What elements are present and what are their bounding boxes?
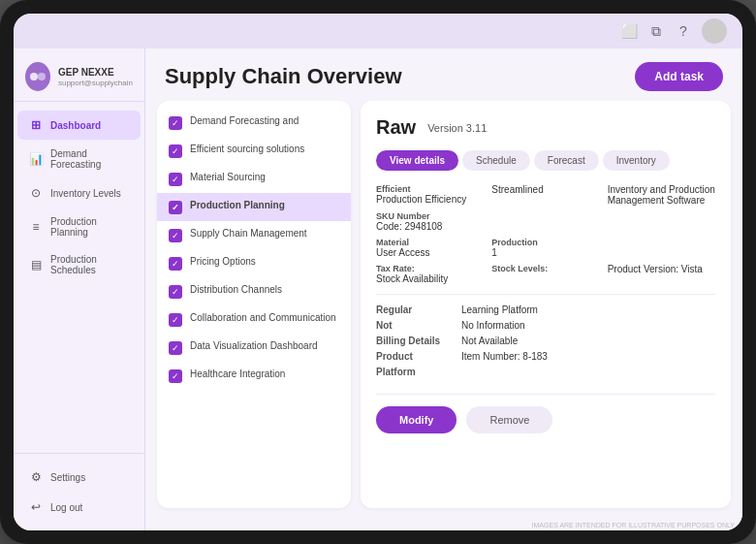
field-inventory-software: Inventory and Production Management Soft… bbox=[608, 184, 715, 206]
row-product: Product Item Number: 8-183 bbox=[376, 351, 715, 362]
sidebar: GEP NEXXE support@supplychain ⊞ Dashboar… bbox=[14, 48, 145, 530]
field-product-version: Product Version: Vista bbox=[608, 264, 715, 284]
list-item[interactable]: ✓ Collaboration and Communication bbox=[157, 305, 351, 334]
main-content: Supply Chain Overview Add task ✓ Demand … bbox=[145, 48, 742, 530]
sidebar-item-inventory-levels[interactable]: ⊙ Inventory Levels bbox=[17, 178, 141, 208]
modify-button[interactable]: Modify bbox=[376, 406, 457, 433]
title-bar: ⬜ ⧉ ? bbox=[14, 14, 742, 48]
list-item[interactable]: ✓ Efficient sourcing solutions bbox=[157, 137, 351, 165]
logout-icon: ↩ bbox=[29, 500, 43, 514]
sidebar-item-demand-forecasting[interactable]: 📊 Demand Forecasting bbox=[17, 141, 141, 177]
checkbox: ✓ bbox=[169, 229, 182, 242]
sidebar-item-production-planning[interactable]: ≡ Production Planning bbox=[17, 208, 141, 245]
dashboard-icon: ⊞ bbox=[29, 118, 43, 132]
list-item[interactable]: ✓ Material Sourcing bbox=[157, 165, 351, 193]
sidebar-item-dashboard[interactable]: ⊞ Dashboard bbox=[17, 111, 141, 140]
remove-button[interactable]: Remove bbox=[466, 406, 552, 433]
list-item-active[interactable]: ✓ Production Planning bbox=[157, 193, 351, 221]
version-badge: Version 3.11 bbox=[427, 122, 487, 134]
list-item[interactable]: ✓ Data Visualization Dashboard bbox=[157, 334, 351, 362]
checkbox: ✓ bbox=[169, 144, 182, 158]
checkbox: ✓ bbox=[169, 341, 182, 355]
disclaimer: IMAGES ARE INTENDED FOR ILLUSTRATIVE PUR… bbox=[145, 520, 742, 530]
app-name: GEP NEXXE bbox=[58, 67, 133, 79]
sidebar-logo: GEP NEXXE support@supplychain bbox=[14, 48, 144, 102]
row-billing: Billing Details Not Available bbox=[376, 336, 715, 346]
tab-inventory[interactable]: Inventory bbox=[603, 150, 670, 171]
field-streamlined: Streamlined bbox=[491, 184, 599, 206]
row-regular: Regular Learning Platform bbox=[376, 304, 715, 315]
list-item[interactable]: ✓ Demand Forecasting and bbox=[157, 109, 351, 137]
field-empty1 bbox=[491, 211, 599, 232]
checkbox: ✓ bbox=[169, 313, 182, 327]
field-material: Material User Access bbox=[376, 238, 484, 258]
device-frame: ⬜ ⧉ ? GEP NEXXE support@suppl bbox=[0, 0, 756, 544]
copy-icon[interactable]: ⧉ bbox=[647, 22, 665, 40]
sidebar-nav: ⊞ Dashboard 📊 Demand Forecasting ⊙ Inven… bbox=[14, 102, 144, 453]
checkbox: ✓ bbox=[169, 257, 182, 271]
field-efficient: Efficient Production Efficiency bbox=[376, 184, 484, 206]
list-item[interactable]: ✓ Healthcare Integration bbox=[157, 362, 351, 390]
list-item[interactable]: ✓ Pricing Options bbox=[157, 249, 351, 277]
screen: ⬜ ⧉ ? GEP NEXXE support@suppl bbox=[14, 14, 742, 530]
logo-icon bbox=[25, 62, 50, 91]
list-item[interactable]: ✓ Distribution Channels bbox=[157, 277, 351, 305]
checkbox: ✓ bbox=[169, 116, 182, 130]
list-item[interactable]: ✓ Supply Chain Management bbox=[157, 221, 351, 249]
sidebar-bottom: ⚙ Settings ↩ Log out bbox=[14, 453, 144, 530]
checkbox: ✓ bbox=[169, 201, 182, 214]
checkbox: ✓ bbox=[169, 285, 182, 299]
tab-schedule[interactable]: Schedule bbox=[462, 150, 530, 171]
detail-header: Raw Version 3.11 bbox=[376, 116, 715, 139]
logo-text-block: GEP NEXXE support@supplychain bbox=[58, 67, 133, 87]
app-subtitle: support@supplychain bbox=[58, 79, 133, 87]
field-sku: SKU Number Code: 2948108 bbox=[376, 211, 484, 232]
app-layout: GEP NEXXE support@supplychain ⊞ Dashboar… bbox=[14, 48, 742, 530]
field-production-label: Production 1 bbox=[491, 238, 599, 258]
sidebar-item-logout[interactable]: ↩ Log out bbox=[17, 493, 141, 522]
tab-forecast[interactable]: Forecast bbox=[534, 150, 599, 171]
production-icon: ≡ bbox=[29, 220, 43, 234]
field-empty2 bbox=[608, 211, 715, 232]
detail-tabs: View details Schedule Forecast Inventory bbox=[376, 150, 715, 171]
help-icon[interactable]: ? bbox=[675, 22, 692, 40]
checkbox: ✓ bbox=[169, 369, 182, 383]
content-area: ✓ Demand Forecasting and ✓ Efficient sou… bbox=[145, 101, 742, 520]
inventory-icon: ⊙ bbox=[29, 186, 43, 200]
field-taxrate: Tax Rate: Stock Availability bbox=[376, 264, 484, 284]
detail-title: Raw bbox=[376, 116, 416, 139]
sidebar-item-production-schedules[interactable]: ▤ Production Schedules bbox=[17, 246, 141, 283]
svg-point-0 bbox=[30, 73, 38, 80]
detail-panel: Raw Version 3.11 View details Schedule F… bbox=[361, 101, 731, 508]
tab-view-details[interactable]: View details bbox=[376, 150, 458, 171]
row-not: Not No Information bbox=[376, 320, 715, 331]
schedules-icon: ▤ bbox=[29, 258, 43, 272]
field-stock-levels: Stock Levels: bbox=[491, 264, 599, 284]
detail-actions: Modify Remove bbox=[376, 406, 715, 433]
demand-icon: 📊 bbox=[29, 152, 43, 166]
sidebar-item-settings[interactable]: ⚙ Settings bbox=[17, 463, 141, 492]
avatar bbox=[702, 18, 727, 44]
list-panel: ✓ Demand Forecasting and ✓ Efficient sou… bbox=[157, 101, 351, 508]
add-task-button[interactable]: Add task bbox=[635, 62, 723, 91]
window-icon[interactable]: ⬜ bbox=[620, 22, 638, 40]
settings-icon: ⚙ bbox=[29, 470, 43, 484]
main-header: Supply Chain Overview Add task bbox=[145, 48, 742, 101]
row-platform: Platform bbox=[376, 367, 715, 377]
checkbox: ✓ bbox=[169, 173, 182, 186]
svg-point-1 bbox=[38, 73, 46, 80]
field-empty3 bbox=[608, 238, 715, 258]
page-title: Supply Chain Overview bbox=[165, 64, 402, 89]
